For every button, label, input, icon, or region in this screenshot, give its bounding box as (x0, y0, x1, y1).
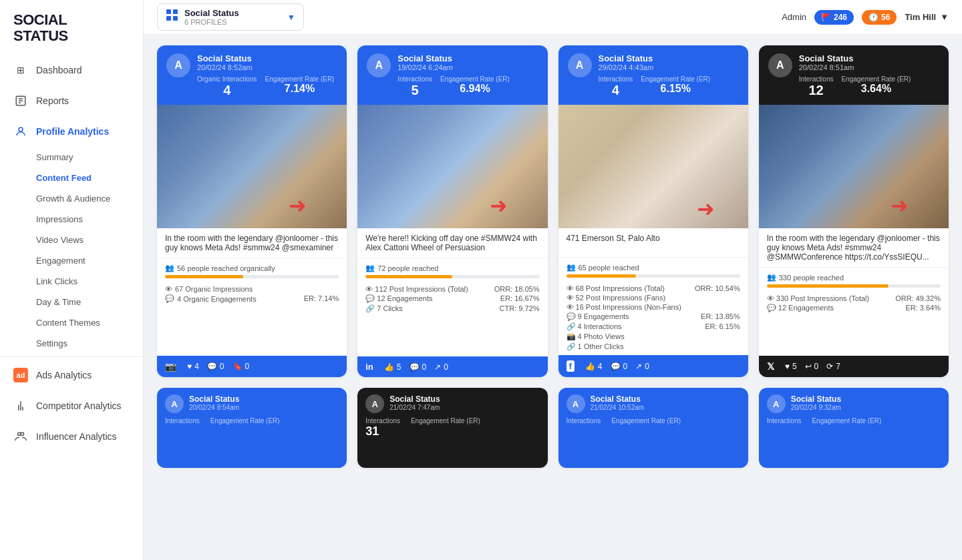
chat-icon: 💬 (165, 294, 174, 303)
notification-badge-clock[interactable]: 🕐 56 (862, 10, 897, 25)
reach-bar-bg-4 (767, 284, 941, 288)
card-stat-er-1: Engagement Rate (ER) 7.14% (265, 75, 335, 98)
reply-icon: ↩ (805, 362, 812, 371)
card-stat-er-2: Engagement Rate (ER) 6.94% (440, 75, 510, 98)
user-menu[interactable]: Tim Hill ▼ (905, 12, 949, 22)
sidebar-sub-summary[interactable]: Summary (36, 147, 143, 168)
sidebar-sub-growth-audience[interactable]: Growth & Audience (36, 188, 143, 209)
sidebar-sub-content-themes[interactable]: Content Themes (36, 312, 143, 333)
card-reach-bar-3: 👥 65 people reached (558, 258, 748, 280)
avatar-b2: A (365, 394, 384, 413)
metric-row-2c: 🔗 7 Clicks CTR: 9.72% (365, 304, 539, 313)
reports-icon (13, 93, 28, 108)
avatar-b1: A (165, 394, 184, 413)
card-date-3: 29/02/24 4:43am (599, 63, 739, 71)
card-reach-bar-1: 👥 56 people reached organically (157, 258, 347, 281)
metric-row-3b: 👁 52 Post Impressions (Fans) (567, 294, 740, 302)
card-meta-4: Social Status 20/02/24 8:51am Interactio… (799, 53, 939, 98)
footer-stat-comments-2: 💬 0 (410, 362, 427, 372)
footer-stat-likes-4: ♥ 5 (785, 362, 797, 371)
sidebar-item-label: Dashboard (36, 65, 82, 75)
card-name-4: Social Status (799, 53, 939, 63)
sidebar-item-competitor-analytics[interactable]: Competitor Analytics (0, 390, 143, 421)
people-icon-2: 👥 (365, 264, 375, 272)
card-metrics-1: 👁 67 Organic Impressions 💬 4 Organic Eng… (157, 281, 347, 356)
sidebar-item-label: Profile Analytics (36, 126, 109, 137)
profile-selector[interactable]: Social Status 6 PROFILES ▼ (157, 3, 304, 31)
comment-icon-2: 💬 (410, 362, 420, 372)
profile-title: Social Status (184, 8, 282, 18)
post-card-2: A Social Status 19/02/24 6:24am Interact… (357, 45, 547, 377)
sidebar-divider (0, 356, 143, 357)
card-header-inner-b3: A Social Status 21/02/24 10:52am (567, 394, 740, 413)
sidebar-item-influencer-analytics[interactable]: Influencer Analytics (0, 421, 143, 452)
card-meta-b2: Social Status 21/02/24 7:47am (389, 394, 440, 411)
metric-row-1b: 💬 4 Organic Engagements ER: 7.14% (165, 294, 339, 303)
metric-row-4b: 💬 12 Engagements ER: 3.64% (767, 304, 941, 312)
metric-row-3g: 🔗 1 Other Clicks (567, 342, 740, 351)
card-header-inner-b2: A Social Status 21/02/24 7:47am (365, 394, 539, 413)
sidebar-sub-engagement[interactable]: Engagement (36, 250, 143, 271)
share-icon: ↗ (434, 362, 441, 372)
card-metrics-3: 👁 68 Post Impressions (Total) ORR: 10.54… (558, 280, 748, 355)
card-header-bottom-4: A Social Status 20/02/24 9:32am Interact… (759, 388, 949, 468)
sidebar-sub-impressions[interactable]: Impressions (36, 209, 143, 230)
reach-bar-fill-2 (365, 275, 452, 278)
avatar-2: A (367, 53, 391, 77)
facebook-platform-icon: f (567, 360, 575, 372)
footer-stat-comments-1: 💬 0 (207, 362, 224, 371)
sidebar-item-reports[interactable]: Reports (0, 85, 143, 116)
footer-stat-quotes-4: ⟳ 7 (826, 362, 840, 371)
reach-bar-fill-4 (767, 284, 889, 288)
card-metrics-4: 👁 330 Post Impressions (Total) ORR: 49.3… (759, 290, 949, 356)
profile-subtitle: 6 PROFILES (184, 18, 282, 26)
sidebar-item-ads-analytics[interactable]: ad Ads Analytics (0, 360, 143, 390)
metric-row-3a: 👁 68 Post Impressions (Total) ORR: 10.54… (567, 284, 740, 292)
sidebar-item-profile-analytics[interactable]: Profile Analytics (0, 116, 143, 147)
svg-rect-8 (173, 9, 178, 14)
avatar-4: A (768, 53, 792, 77)
share-icon-3: ↗ (635, 362, 642, 371)
svg-rect-9 (166, 16, 171, 21)
profile-analytics-icon (13, 124, 28, 139)
sidebar-sub-link-clicks[interactable]: Link Clicks (36, 271, 143, 292)
card-name-1: Social Status (197, 53, 337, 63)
metric-row-2a: 👁 112 Post Impressions (Total) ORR: 18.0… (365, 285, 539, 293)
post-card-bottom-3: A Social Status 21/02/24 10:52am Interac… (558, 388, 748, 468)
sidebar-item-dashboard[interactable]: ⊞ Dashboard (0, 55, 143, 85)
main-area: Social Status 6 PROFILES ▼ Admin 🚩 246 🕐… (144, 0, 962, 560)
user-name: Tim Hill (905, 12, 936, 22)
card-stats-3: Interactions 4 Engagement Rate (ER) 6.15… (599, 75, 739, 98)
card-caption-4: In the room with the legendary @jonloome… (759, 228, 949, 268)
influencer-analytics-icon (13, 429, 28, 444)
topbar: Social Status 6 PROFILES ▼ Admin 🚩 246 🕐… (144, 0, 962, 35)
card-image-3: ➜ (558, 105, 748, 228)
metric-row-3c: 👁 16 Post Impressions (Non-Fans) (567, 303, 740, 311)
reach-bar-bg-3 (567, 274, 740, 278)
sidebar-sub-day-time[interactable]: Day & Time (36, 292, 143, 312)
content-area: A Social Status 20/02/24 8:52am Organic … (144, 35, 962, 560)
red-arrow-icon-1: ➜ (289, 193, 307, 218)
post-card-4: A Social Status 20/02/24 8:51am Interact… (759, 45, 949, 377)
twitter-platform-icon: 𝕏 (767, 361, 774, 372)
bottom-stat-interactions-b2: Interactions 31 (365, 417, 400, 439)
sidebar-sub-video-views[interactable]: Video Views (36, 230, 143, 250)
sidebar-sub-settings[interactable]: Settings (36, 333, 143, 354)
sidebar-item-label: Ads Analytics (36, 370, 92, 380)
card-image-4: ➜ (759, 105, 949, 228)
sidebar: SOCIAL STATUS ⊞ Dashboard Reports Profil… (0, 0, 144, 560)
admin-label: Admin (782, 12, 806, 22)
eye-icon: 👁 (165, 285, 172, 293)
card-image-1: ➜ (157, 105, 347, 228)
card-stat-er-3: Engagement Rate (ER) 6.15% (641, 75, 710, 98)
notification-badge-flag[interactable]: 🚩 246 (814, 10, 854, 25)
card-meta-b3: Social Status 21/02/24 10:52am (591, 394, 645, 411)
sidebar-sub-content-feed[interactable]: Content Feed (36, 168, 143, 188)
card-meta-b4: Social Status 20/02/24 9:32am (791, 394, 841, 411)
post-card-bottom-1: A Social Status 20/02/24 8:54am Interact… (157, 388, 347, 468)
card-stat-er-4: Engagement Rate (ER) 3.64% (841, 75, 911, 98)
card-meta-2: Social Status 19/02/24 6:24am Interactio… (397, 53, 538, 98)
bottom-stat-er-b2: Engagement Rate (ER) (411, 417, 480, 439)
reach-label-3: 👥 65 people reached (567, 263, 740, 272)
card-meta-3: Social Status 29/02/24 4:43am Interactio… (599, 53, 739, 98)
